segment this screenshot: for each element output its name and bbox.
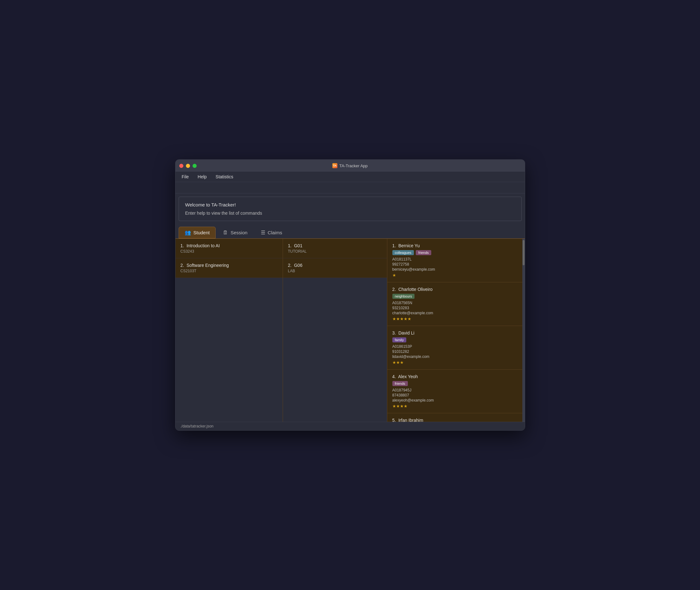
scrollbar-thumb[interactable] bbox=[523, 240, 524, 265]
session-type-2: LAB bbox=[288, 269, 382, 273]
toolbar bbox=[176, 182, 525, 194]
student-phone-1: 99272758 bbox=[392, 262, 520, 267]
list-item[interactable]: 1. Introduction to AI CS3243 bbox=[176, 239, 283, 258]
student-name-4: 4. Alex Yeoh bbox=[392, 374, 520, 379]
student-stars-2: ★★★★★ bbox=[392, 316, 520, 321]
student-tab-icon: 👥 bbox=[185, 229, 191, 235]
traffic-lights bbox=[179, 164, 197, 168]
student-card[interactable]: 1. Bernice Yu colleagues friends A018113… bbox=[387, 239, 525, 282]
app-window: TA TA-Tracker App File Help Statistics W… bbox=[175, 159, 525, 431]
sessions-panel: 1. G01 TUTORIAL 2. G06 LAB bbox=[283, 239, 387, 422]
list-item[interactable]: 2. Software Engineering CS2103T bbox=[176, 258, 283, 278]
menu-file[interactable]: File bbox=[181, 174, 190, 180]
student-card[interactable]: 4. Alex Yeoh friends A0187945J 87438807 … bbox=[387, 370, 525, 413]
student-phone-2: 93210283 bbox=[392, 306, 520, 310]
title-center: TA TA-Tracker App bbox=[332, 163, 368, 168]
maximize-button[interactable] bbox=[193, 164, 197, 168]
session-tab-icon: 🗓 bbox=[223, 230, 228, 235]
status-bar: ./data/tatracker.json bbox=[176, 422, 525, 430]
student-name-1: 1. Bernice Yu bbox=[392, 243, 520, 248]
student-tags-1: colleagues friends bbox=[392, 250, 520, 255]
tag-neighbours: neighbours bbox=[392, 294, 414, 299]
tag-colleagues: colleagues bbox=[392, 250, 414, 255]
tab-session-label: Session bbox=[230, 230, 247, 235]
student-email-2: charlotte@example.com bbox=[392, 311, 520, 315]
student-phone-4: 87438807 bbox=[392, 393, 520, 397]
app-icon: TA bbox=[332, 163, 337, 168]
student-stars-1: ★ bbox=[392, 273, 520, 278]
student-name-5: 5. Irfan Ibrahim bbox=[392, 418, 520, 422]
modules-panel: 1. Introduction to AI CS3243 2. Software… bbox=[176, 239, 283, 422]
module-name-1: 1. Introduction to AI bbox=[181, 243, 278, 248]
tab-session[interactable]: 🗓 Session bbox=[217, 227, 253, 238]
student-stars-3: ★★★ bbox=[392, 360, 520, 365]
claims-tab-icon: ☰ bbox=[261, 229, 265, 235]
welcome-box: Welcome to TA-Tracker! Enter help to vie… bbox=[179, 197, 522, 221]
module-name-2: 2. Software Engineering bbox=[181, 263, 278, 268]
student-id-1: A0181137L bbox=[392, 257, 520, 262]
student-tags-3: family bbox=[392, 337, 520, 342]
student-id-2: A0187565N bbox=[392, 301, 520, 305]
list-item[interactable]: 2. G06 LAB bbox=[283, 258, 387, 278]
students-panel: 1. Bernice Yu colleagues friends A018113… bbox=[387, 239, 525, 422]
student-card[interactable]: 2. Charlotte Oliveiro neighbours A018756… bbox=[387, 282, 525, 326]
list-item[interactable]: 1. G01 TUTORIAL bbox=[283, 239, 387, 258]
tag-family: family bbox=[392, 337, 407, 342]
session-name-2: 2. G06 bbox=[288, 263, 382, 268]
menu-statistics[interactable]: Statistics bbox=[214, 174, 234, 180]
tag-friends: friends bbox=[416, 250, 431, 255]
scrollbar-track[interactable] bbox=[522, 239, 525, 422]
close-button[interactable] bbox=[179, 164, 183, 168]
title-bar: TA TA-Tracker App bbox=[176, 160, 525, 172]
menu-bar: File Help Statistics bbox=[176, 172, 525, 182]
status-path: ./data/tatracker.json bbox=[181, 424, 214, 428]
student-name-3: 3. David Li bbox=[392, 330, 520, 335]
student-id-4: A0187945J bbox=[392, 388, 520, 392]
student-email-4: alexyeoh@example.com bbox=[392, 398, 520, 402]
content-area: 1. Introduction to AI CS3243 2. Software… bbox=[176, 238, 525, 422]
tab-bar: 👥 Student 🗓 Session ☰ Claims bbox=[176, 224, 525, 238]
student-stars-4: ★★★★ bbox=[392, 404, 520, 408]
student-tags-4: friends bbox=[392, 381, 520, 386]
tab-claims[interactable]: ☰ Claims bbox=[255, 227, 288, 238]
student-email-1: berniceyu@example.com bbox=[392, 267, 520, 272]
tab-claims-label: Claims bbox=[268, 230, 282, 235]
menu-help[interactable]: Help bbox=[196, 174, 208, 180]
session-type-1: TUTORIAL bbox=[288, 249, 382, 254]
student-phone-3: 91031282 bbox=[392, 350, 520, 354]
student-id-3: A0186153P bbox=[392, 344, 520, 349]
tag-friends: friends bbox=[392, 381, 408, 386]
module-code-2: CS2103T bbox=[181, 269, 278, 273]
student-name-2: 2. Charlotte Oliveiro bbox=[392, 287, 520, 292]
student-card[interactable]: 3. David Li family A0186153P 91031282 li… bbox=[387, 326, 525, 370]
module-code-1: CS3243 bbox=[181, 249, 278, 254]
student-tags-2: neighbours bbox=[392, 294, 520, 299]
welcome-title: Welcome to TA-Tracker! bbox=[185, 202, 515, 207]
welcome-subtitle: Enter help to view the list of commands bbox=[185, 211, 515, 216]
window-title: TA-Tracker App bbox=[339, 164, 368, 168]
minimize-button[interactable] bbox=[186, 164, 190, 168]
session-name-1: 1. G01 bbox=[288, 243, 382, 248]
student-card[interactable]: 5. Irfan Ibrahim classmates A0180474R 92… bbox=[387, 413, 525, 422]
tab-student[interactable]: 👥 Student bbox=[179, 227, 216, 238]
tab-student-label: Student bbox=[194, 230, 210, 235]
student-email-3: lidavid@example.com bbox=[392, 355, 520, 359]
